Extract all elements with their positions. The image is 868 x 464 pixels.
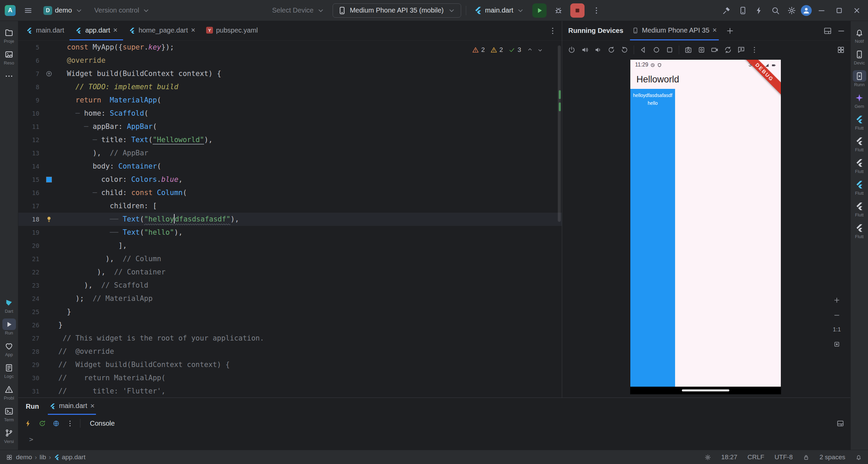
inspections-widget[interactable]: 2 2 3 bbox=[469, 43, 547, 56]
editor-tab-main.dart[interactable]: main.dart bbox=[20, 21, 70, 40]
code-line-18[interactable]: 18 ── Text("helloydfasdsafasdf"), bbox=[18, 213, 562, 226]
close-run-tab-icon[interactable]: × bbox=[90, 402, 95, 410]
tool-window-logcat[interactable]: Logc bbox=[0, 360, 18, 381]
more-run-actions-button[interactable] bbox=[589, 3, 604, 18]
hide-panel-icon[interactable] bbox=[837, 26, 846, 35]
profiler-button[interactable] bbox=[752, 3, 766, 18]
device-vid-button[interactable] bbox=[711, 46, 719, 54]
tool-window-flutter-coverage[interactable]: Flutt bbox=[851, 176, 868, 198]
device-snap-button[interactable] bbox=[684, 46, 692, 54]
code-line-25[interactable]: 25 } bbox=[18, 305, 562, 318]
devtools-icon[interactable] bbox=[52, 420, 60, 427]
tab-options-button[interactable] bbox=[548, 26, 557, 35]
code-line-17[interactable]: 17 children: [ bbox=[18, 199, 562, 213]
device-cam-button[interactable] bbox=[697, 46, 706, 54]
close-button[interactable] bbox=[849, 3, 865, 18]
settings-button[interactable] bbox=[785, 3, 799, 18]
tool-window-device-manager[interactable]: Devic bbox=[851, 46, 868, 68]
device-manager-button[interactable] bbox=[736, 3, 750, 18]
select-device-dropdown[interactable]: Select Device bbox=[269, 4, 328, 17]
device-power-button[interactable] bbox=[568, 46, 576, 54]
hot-restart-icon[interactable] bbox=[38, 420, 46, 427]
tool-window-flutter-outline[interactable]: Flutt bbox=[851, 133, 868, 155]
code-line-10[interactable]: 10 ─ home: Scaffold( bbox=[18, 107, 562, 120]
device-dotsv-button[interactable] bbox=[750, 46, 758, 54]
device-homec-button[interactable] bbox=[652, 46, 660, 54]
run-configuration[interactable]: main.dart bbox=[471, 4, 528, 17]
zoom-in-button[interactable] bbox=[833, 296, 841, 304]
code-line-14[interactable]: 14 body: Container( bbox=[18, 160, 562, 173]
add-device-button[interactable] bbox=[726, 26, 734, 35]
device-rotl-button[interactable] bbox=[607, 46, 615, 54]
code-line-8[interactable]: 8 // TODO: implement build bbox=[18, 80, 562, 94]
color-preview-blue[interactable] bbox=[46, 177, 52, 182]
code-line-22[interactable]: 22 ), // Container bbox=[18, 266, 562, 279]
tool-window-flutter-devtools[interactable]: Flutt bbox=[851, 220, 868, 241]
device-msgplus-button[interactable] bbox=[737, 46, 745, 54]
editor-tab-pubspec.yaml[interactable]: Ypubspec.yaml bbox=[201, 21, 263, 40]
read-only-lock-icon[interactable] bbox=[803, 453, 809, 461]
tool-window-flutter-inspector[interactable]: Flutt bbox=[851, 111, 868, 133]
tool-window-project[interactable]: Proje bbox=[0, 24, 18, 46]
code-line-30[interactable]: 30// return MaterialApp( bbox=[18, 371, 562, 385]
layout-settings-icon[interactable] bbox=[823, 26, 832, 35]
zoom-out-button[interactable] bbox=[833, 311, 841, 319]
code-line-16[interactable]: 16 ─ child: const Column( bbox=[18, 186, 562, 199]
device-sync-button[interactable] bbox=[724, 46, 732, 54]
run-tab-main-dart[interactable]: main.dart × bbox=[48, 398, 96, 415]
device-tab[interactable]: Medium Phone API 35 × bbox=[630, 21, 719, 40]
code-line-9[interactable]: 9 return MaterialApp( bbox=[18, 94, 562, 107]
zoom-reset-button[interactable]: 1:1 bbox=[833, 326, 841, 333]
code-line-27[interactable]: 27 // This widget is the root of your ap… bbox=[18, 332, 562, 345]
device-back-button[interactable] bbox=[639, 46, 647, 54]
editor-scrollbar[interactable] bbox=[558, 45, 561, 222]
tool-window-running-devices[interactable]: Runn bbox=[851, 68, 868, 90]
device-ovsq-button[interactable] bbox=[666, 46, 674, 54]
tool-window-app-quality-insights[interactable]: App bbox=[0, 338, 18, 360]
maximize-button[interactable] bbox=[831, 3, 847, 18]
tool-window-flutter-performance[interactable]: Flutt bbox=[851, 155, 868, 176]
run-button[interactable] bbox=[532, 3, 547, 18]
code-line-19[interactable]: 19 ── Text("hello"), bbox=[18, 226, 562, 239]
tool-window-gemini[interactable]: Gem bbox=[851, 90, 868, 111]
emulator-screen[interactable]: 11:29 3G bbox=[630, 60, 781, 394]
build-button[interactable] bbox=[719, 3, 734, 18]
code-line-23[interactable]: 23 ), // Scaffold bbox=[18, 279, 562, 292]
panel-layout-icon[interactable] bbox=[836, 420, 844, 427]
tool-window-problems[interactable]: Probl bbox=[0, 381, 18, 403]
stop-button[interactable] bbox=[570, 3, 585, 18]
close-tab-icon[interactable]: × bbox=[113, 27, 118, 34]
code-line-26[interactable]: 26} bbox=[18, 318, 562, 332]
main-menu-button[interactable] bbox=[21, 3, 35, 18]
weak-warning-count[interactable]: 2 bbox=[472, 46, 485, 54]
code-line-20[interactable]: 20 ], bbox=[18, 239, 562, 252]
tool-window-run[interactable]: Run bbox=[0, 316, 18, 338]
project-selector[interactable]: D demo bbox=[41, 4, 86, 17]
vcs-widget[interactable]: Version control bbox=[92, 4, 153, 17]
code-line-24[interactable]: 24 ); // MaterialApp bbox=[18, 292, 562, 305]
breadcrumb[interactable]: demo › lib › app.dart bbox=[16, 453, 85, 461]
tool-window-version-control[interactable]: Versi bbox=[0, 425, 18, 446]
device-selector[interactable]: Medium Phone API 35 (mobile) bbox=[333, 3, 461, 18]
console-output[interactable]: > bbox=[18, 432, 850, 450]
warning-count[interactable]: 2 bbox=[490, 46, 503, 54]
minimize-button[interactable] bbox=[814, 3, 829, 18]
user-avatar[interactable] bbox=[801, 5, 812, 16]
passed-count[interactable]: 3 bbox=[508, 46, 521, 54]
device-display-mode-button[interactable] bbox=[837, 46, 845, 54]
device-voldown-button[interactable] bbox=[594, 46, 602, 54]
caret-position[interactable]: 18:27 bbox=[721, 453, 737, 461]
code-line-12[interactable]: 12 ─ title: Text("Helloworld"), bbox=[18, 133, 562, 147]
more-icon[interactable] bbox=[66, 420, 74, 427]
editor-tab-home_page.dart[interactable]: home_page.dart× bbox=[123, 21, 201, 40]
tool-window-notifications[interactable]: Notif bbox=[851, 24, 868, 46]
code-line-15[interactable]: 15 color: Colors.blue, bbox=[18, 173, 562, 186]
workspace-icon[interactable] bbox=[6, 453, 13, 461]
code-line-7[interactable]: 7 Widget build(BuildContext context) { bbox=[18, 67, 562, 80]
search-everywhere-button[interactable] bbox=[768, 3, 783, 18]
code-editor[interactable]: 5 const MyApp({super.key});6 @override7 … bbox=[18, 41, 562, 398]
zoom-fit-button[interactable] bbox=[833, 341, 841, 348]
file-encoding[interactable]: UTF-8 bbox=[774, 453, 793, 461]
tool-window-terminal[interactable]: Term bbox=[0, 403, 18, 425]
code-line-28[interactable]: 28// @override bbox=[18, 345, 562, 358]
